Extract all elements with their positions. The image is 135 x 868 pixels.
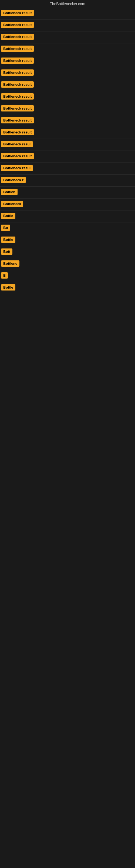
bottleneck-badge[interactable]: Bottleneck result xyxy=(1,34,34,40)
bottleneck-badge[interactable]: Bottleneck result xyxy=(1,69,34,76)
bottleneck-badge[interactable]: Bottlen xyxy=(1,189,17,195)
bottleneck-badge[interactable]: Bottleneck result xyxy=(1,105,34,112)
bottleneck-badge[interactable]: Bottleneck result xyxy=(1,153,34,159)
bottleneck-badge[interactable]: Bott xyxy=(1,248,12,255)
bottleneck-badge[interactable]: Bottleneck result xyxy=(1,82,34,88)
result-row: Bottleneck result xyxy=(0,151,135,163)
bottleneck-badge[interactable]: Bottleneck xyxy=(1,201,23,207)
bottleneck-badge[interactable]: Bottleneck result xyxy=(1,45,34,52)
bottleneck-badge[interactable]: Bottleneck r xyxy=(1,177,26,183)
bottleneck-badge[interactable]: Bottleneck result xyxy=(1,58,34,64)
result-row: Bottle xyxy=(0,235,135,246)
bottleneck-badge[interactable]: Bottle xyxy=(1,284,15,290)
bottleneck-badge[interactable]: Bottleneck result xyxy=(1,22,34,28)
bottleneck-badge[interactable]: B xyxy=(1,272,8,279)
bottleneck-badge[interactable]: Bottle xyxy=(1,237,15,243)
result-row: Bottleneck result xyxy=(0,8,135,20)
bottleneck-badge[interactable]: Bottleneck result xyxy=(1,10,34,16)
result-row: Bottleneck result xyxy=(0,103,135,115)
bottleneck-badge[interactable]: Bottleneck result xyxy=(1,129,34,135)
bottleneck-badge[interactable]: Bottleneck result xyxy=(1,117,34,123)
result-row: Bottlene xyxy=(0,258,135,270)
result-row: B xyxy=(0,270,135,282)
result-row: Bottleneck result xyxy=(0,115,135,127)
result-row: Bottlen xyxy=(0,187,135,198)
result-row: Bottleneck result xyxy=(0,31,135,43)
result-row: Bottleneck resul xyxy=(0,163,135,175)
result-row: Bottleneck result xyxy=(0,91,135,103)
result-row: Bottle xyxy=(0,211,135,222)
result-row: Bottleneck resul xyxy=(0,139,135,151)
bottleneck-badge[interactable]: Bottleneck result xyxy=(1,93,34,99)
result-row: Bottle xyxy=(0,282,135,294)
bottleneck-badge[interactable]: Bo xyxy=(1,225,10,231)
bottleneck-badge[interactable]: Bottlene xyxy=(1,260,19,267)
bottleneck-badge[interactable]: Bottle xyxy=(1,213,15,219)
result-row: Bottleneck result xyxy=(0,67,135,79)
bottleneck-badge[interactable]: Bottleneck resul xyxy=(1,141,33,147)
result-row: Bo xyxy=(0,222,135,235)
result-row: Bottleneck r xyxy=(0,175,135,187)
result-row: Bottleneck result xyxy=(0,55,135,67)
bottleneck-badge[interactable]: Bottleneck resul xyxy=(1,165,33,171)
result-row: Bottleneck result xyxy=(0,43,135,55)
result-row: Bottleneck result xyxy=(0,127,135,139)
result-row: Bottleneck result xyxy=(0,79,135,91)
result-row: Bottleneck xyxy=(0,198,135,211)
result-row: Bott xyxy=(0,246,135,258)
result-row: Bottleneck result xyxy=(0,20,135,31)
site-title: TheBottlenecker.com xyxy=(0,0,135,8)
